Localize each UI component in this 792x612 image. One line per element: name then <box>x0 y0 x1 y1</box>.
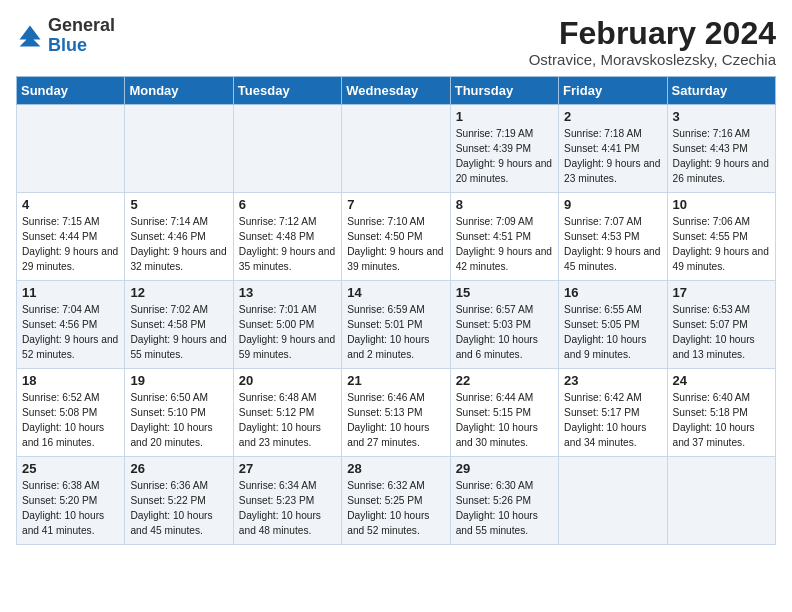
sunset-text: Sunset: 5:08 PM <box>22 407 97 418</box>
daylight-text: Daylight: 9 hours and 49 minutes. <box>673 246 769 272</box>
sunrise-text: Sunrise: 6:57 AM <box>456 304 534 315</box>
calendar-cell <box>17 105 125 193</box>
calendar-cell: 7Sunrise: 7:10 AMSunset: 4:50 PMDaylight… <box>342 193 450 281</box>
logo-general: General <box>48 15 115 35</box>
calendar-week-3: 11Sunrise: 7:04 AMSunset: 4:56 PMDayligh… <box>17 281 776 369</box>
logo-text: General Blue <box>48 16 115 56</box>
day-info: Sunrise: 6:30 AMSunset: 5:26 PMDaylight:… <box>456 479 553 538</box>
calendar-week-1: 1Sunrise: 7:19 AMSunset: 4:39 PMDaylight… <box>17 105 776 193</box>
daylight-text: Daylight: 10 hours and 20 minutes. <box>130 422 212 448</box>
sunset-text: Sunset: 5:25 PM <box>347 495 422 506</box>
sunrise-text: Sunrise: 6:44 AM <box>456 392 534 403</box>
day-info: Sunrise: 7:14 AMSunset: 4:46 PMDaylight:… <box>130 215 227 274</box>
daylight-text: Daylight: 10 hours and 37 minutes. <box>673 422 755 448</box>
calendar-header: Sunday Monday Tuesday Wednesday Thursday… <box>17 77 776 105</box>
day-number: 11 <box>22 285 119 300</box>
sunrise-text: Sunrise: 6:46 AM <box>347 392 425 403</box>
calendar-week-4: 18Sunrise: 6:52 AMSunset: 5:08 PMDayligh… <box>17 369 776 457</box>
calendar-cell: 24Sunrise: 6:40 AMSunset: 5:18 PMDayligh… <box>667 369 775 457</box>
sunset-text: Sunset: 4:58 PM <box>130 319 205 330</box>
header-wednesday: Wednesday <box>342 77 450 105</box>
day-number: 22 <box>456 373 553 388</box>
header-row: Sunday Monday Tuesday Wednesday Thursday… <box>17 77 776 105</box>
day-info: Sunrise: 7:12 AMSunset: 4:48 PMDaylight:… <box>239 215 336 274</box>
calendar-cell: 18Sunrise: 6:52 AMSunset: 5:08 PMDayligh… <box>17 369 125 457</box>
calendar-cell: 9Sunrise: 7:07 AMSunset: 4:53 PMDaylight… <box>559 193 667 281</box>
calendar-cell: 29Sunrise: 6:30 AMSunset: 5:26 PMDayligh… <box>450 457 558 545</box>
calendar-cell: 20Sunrise: 6:48 AMSunset: 5:12 PMDayligh… <box>233 369 341 457</box>
calendar-title: February 2024 <box>529 16 776 51</box>
sunset-text: Sunset: 4:50 PM <box>347 231 422 242</box>
day-number: 28 <box>347 461 444 476</box>
page-header: General Blue February 2024 Ostravice, Mo… <box>16 16 776 68</box>
calendar-cell: 11Sunrise: 7:04 AMSunset: 4:56 PMDayligh… <box>17 281 125 369</box>
daylight-text: Daylight: 10 hours and 2 minutes. <box>347 334 429 360</box>
sunrise-text: Sunrise: 6:32 AM <box>347 480 425 491</box>
sunset-text: Sunset: 4:43 PM <box>673 143 748 154</box>
calendar-week-2: 4Sunrise: 7:15 AMSunset: 4:44 PMDaylight… <box>17 193 776 281</box>
calendar-cell <box>559 457 667 545</box>
daylight-text: Daylight: 9 hours and 52 minutes. <box>22 334 118 360</box>
calendar-subtitle: Ostravice, Moravskoslezsky, Czechia <box>529 51 776 68</box>
sunset-text: Sunset: 5:20 PM <box>22 495 97 506</box>
daylight-text: Daylight: 10 hours and 48 minutes. <box>239 510 321 536</box>
day-number: 13 <box>239 285 336 300</box>
sunset-text: Sunset: 5:26 PM <box>456 495 531 506</box>
daylight-text: Daylight: 10 hours and 41 minutes. <box>22 510 104 536</box>
header-monday: Monday <box>125 77 233 105</box>
daylight-text: Daylight: 10 hours and 27 minutes. <box>347 422 429 448</box>
logo-blue: Blue <box>48 35 87 55</box>
calendar-cell: 22Sunrise: 6:44 AMSunset: 5:15 PMDayligh… <box>450 369 558 457</box>
day-number: 26 <box>130 461 227 476</box>
title-block: February 2024 Ostravice, Moravskoslezsky… <box>529 16 776 68</box>
calendar-cell: 16Sunrise: 6:55 AMSunset: 5:05 PMDayligh… <box>559 281 667 369</box>
day-number: 4 <box>22 197 119 212</box>
day-info: Sunrise: 7:10 AMSunset: 4:50 PMDaylight:… <box>347 215 444 274</box>
sunrise-text: Sunrise: 6:30 AM <box>456 480 534 491</box>
day-number: 2 <box>564 109 661 124</box>
day-info: Sunrise: 7:16 AMSunset: 4:43 PMDaylight:… <box>673 127 770 186</box>
sunset-text: Sunset: 5:00 PM <box>239 319 314 330</box>
daylight-text: Daylight: 9 hours and 45 minutes. <box>564 246 660 272</box>
calendar-cell <box>233 105 341 193</box>
daylight-text: Daylight: 10 hours and 52 minutes. <box>347 510 429 536</box>
calendar-cell: 27Sunrise: 6:34 AMSunset: 5:23 PMDayligh… <box>233 457 341 545</box>
calendar-cell <box>125 105 233 193</box>
sunset-text: Sunset: 4:51 PM <box>456 231 531 242</box>
day-number: 9 <box>564 197 661 212</box>
daylight-text: Daylight: 9 hours and 59 minutes. <box>239 334 335 360</box>
day-number: 27 <box>239 461 336 476</box>
day-number: 20 <box>239 373 336 388</box>
sunset-text: Sunset: 5:01 PM <box>347 319 422 330</box>
sunrise-text: Sunrise: 7:06 AM <box>673 216 751 227</box>
calendar-cell <box>342 105 450 193</box>
calendar-cell: 2Sunrise: 7:18 AMSunset: 4:41 PMDaylight… <box>559 105 667 193</box>
day-number: 1 <box>456 109 553 124</box>
header-saturday: Saturday <box>667 77 775 105</box>
day-info: Sunrise: 6:59 AMSunset: 5:01 PMDaylight:… <box>347 303 444 362</box>
sunrise-text: Sunrise: 7:10 AM <box>347 216 425 227</box>
sunset-text: Sunset: 5:05 PM <box>564 319 639 330</box>
day-info: Sunrise: 6:50 AMSunset: 5:10 PMDaylight:… <box>130 391 227 450</box>
calendar-cell: 15Sunrise: 6:57 AMSunset: 5:03 PMDayligh… <box>450 281 558 369</box>
sunrise-text: Sunrise: 7:18 AM <box>564 128 642 139</box>
header-tuesday: Tuesday <box>233 77 341 105</box>
sunset-text: Sunset: 5:15 PM <box>456 407 531 418</box>
sunset-text: Sunset: 4:56 PM <box>22 319 97 330</box>
sunrise-text: Sunrise: 6:52 AM <box>22 392 100 403</box>
sunrise-text: Sunrise: 6:59 AM <box>347 304 425 315</box>
calendar-cell: 25Sunrise: 6:38 AMSunset: 5:20 PMDayligh… <box>17 457 125 545</box>
day-info: Sunrise: 6:53 AMSunset: 5:07 PMDaylight:… <box>673 303 770 362</box>
calendar-cell: 17Sunrise: 6:53 AMSunset: 5:07 PMDayligh… <box>667 281 775 369</box>
day-number: 10 <box>673 197 770 212</box>
svg-marker-0 <box>20 25 41 46</box>
day-info: Sunrise: 7:19 AMSunset: 4:39 PMDaylight:… <box>456 127 553 186</box>
daylight-text: Daylight: 10 hours and 6 minutes. <box>456 334 538 360</box>
calendar-cell: 1Sunrise: 7:19 AMSunset: 4:39 PMDaylight… <box>450 105 558 193</box>
calendar-cell: 12Sunrise: 7:02 AMSunset: 4:58 PMDayligh… <box>125 281 233 369</box>
sunrise-text: Sunrise: 7:04 AM <box>22 304 100 315</box>
calendar-cell: 10Sunrise: 7:06 AMSunset: 4:55 PMDayligh… <box>667 193 775 281</box>
sunset-text: Sunset: 4:48 PM <box>239 231 314 242</box>
day-number: 23 <box>564 373 661 388</box>
calendar-body: 1Sunrise: 7:19 AMSunset: 4:39 PMDaylight… <box>17 105 776 545</box>
